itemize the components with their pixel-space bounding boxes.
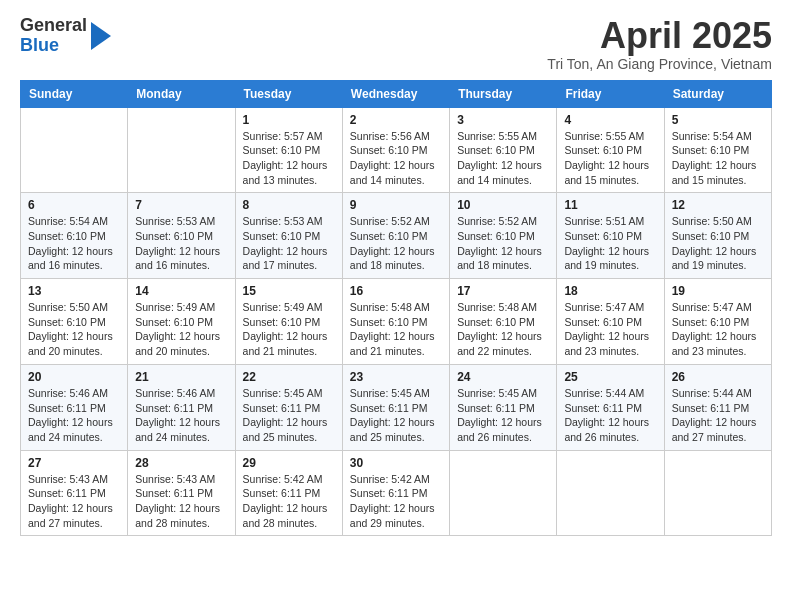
day-number: 17 (457, 284, 549, 298)
calendar-week-row: 27Sunrise: 5:43 AMSunset: 6:11 PMDayligh… (21, 450, 772, 536)
calendar-cell: 11Sunrise: 5:51 AMSunset: 6:10 PMDayligh… (557, 193, 664, 279)
weekday-header-monday: Monday (128, 80, 235, 107)
calendar-week-row: 1Sunrise: 5:57 AMSunset: 6:10 PMDaylight… (21, 107, 772, 193)
day-number: 12 (672, 198, 764, 212)
day-info: Sunrise: 5:50 AMSunset: 6:10 PMDaylight:… (28, 300, 120, 359)
calendar-cell: 20Sunrise: 5:46 AMSunset: 6:11 PMDayligh… (21, 364, 128, 450)
weekday-header-friday: Friday (557, 80, 664, 107)
calendar-cell: 3Sunrise: 5:55 AMSunset: 6:10 PMDaylight… (450, 107, 557, 193)
logo-blue-text: Blue (20, 36, 87, 56)
title-section: April 2025 Tri Ton, An Giang Province, V… (547, 16, 772, 72)
day-number: 4 (564, 113, 656, 127)
day-number: 13 (28, 284, 120, 298)
weekday-header-row: SundayMondayTuesdayWednesdayThursdayFrid… (21, 80, 772, 107)
calendar-cell: 30Sunrise: 5:42 AMSunset: 6:11 PMDayligh… (342, 450, 449, 536)
calendar-cell: 9Sunrise: 5:52 AMSunset: 6:10 PMDaylight… (342, 193, 449, 279)
weekday-header-tuesday: Tuesday (235, 80, 342, 107)
day-number: 23 (350, 370, 442, 384)
calendar-cell: 24Sunrise: 5:45 AMSunset: 6:11 PMDayligh… (450, 364, 557, 450)
calendar-cell (21, 107, 128, 193)
calendar-cell: 27Sunrise: 5:43 AMSunset: 6:11 PMDayligh… (21, 450, 128, 536)
calendar-cell: 29Sunrise: 5:42 AMSunset: 6:11 PMDayligh… (235, 450, 342, 536)
day-info: Sunrise: 5:45 AMSunset: 6:11 PMDaylight:… (350, 386, 442, 445)
calendar-cell (664, 450, 771, 536)
calendar-cell (450, 450, 557, 536)
day-number: 18 (564, 284, 656, 298)
calendar-week-row: 6Sunrise: 5:54 AMSunset: 6:10 PMDaylight… (21, 193, 772, 279)
calendar-cell: 7Sunrise: 5:53 AMSunset: 6:10 PMDaylight… (128, 193, 235, 279)
day-number: 25 (564, 370, 656, 384)
day-number: 6 (28, 198, 120, 212)
day-number: 10 (457, 198, 549, 212)
day-number: 11 (564, 198, 656, 212)
day-info: Sunrise: 5:49 AMSunset: 6:10 PMDaylight:… (243, 300, 335, 359)
calendar-cell: 28Sunrise: 5:43 AMSunset: 6:11 PMDayligh… (128, 450, 235, 536)
logo-general-text: General (20, 16, 87, 36)
calendar-cell: 17Sunrise: 5:48 AMSunset: 6:10 PMDayligh… (450, 279, 557, 365)
day-number: 28 (135, 456, 227, 470)
weekday-header-thursday: Thursday (450, 80, 557, 107)
day-number: 8 (243, 198, 335, 212)
calendar-cell: 23Sunrise: 5:45 AMSunset: 6:11 PMDayligh… (342, 364, 449, 450)
day-info: Sunrise: 5:52 AMSunset: 6:10 PMDaylight:… (457, 214, 549, 273)
day-number: 7 (135, 198, 227, 212)
day-info: Sunrise: 5:55 AMSunset: 6:10 PMDaylight:… (564, 129, 656, 188)
day-info: Sunrise: 5:57 AMSunset: 6:10 PMDaylight:… (243, 129, 335, 188)
day-info: Sunrise: 5:52 AMSunset: 6:10 PMDaylight:… (350, 214, 442, 273)
day-number: 1 (243, 113, 335, 127)
day-number: 21 (135, 370, 227, 384)
weekday-header-wednesday: Wednesday (342, 80, 449, 107)
day-number: 22 (243, 370, 335, 384)
day-number: 16 (350, 284, 442, 298)
day-info: Sunrise: 5:47 AMSunset: 6:10 PMDaylight:… (564, 300, 656, 359)
calendar-cell: 15Sunrise: 5:49 AMSunset: 6:10 PMDayligh… (235, 279, 342, 365)
day-number: 29 (243, 456, 335, 470)
day-info: Sunrise: 5:44 AMSunset: 6:11 PMDaylight:… (564, 386, 656, 445)
day-info: Sunrise: 5:55 AMSunset: 6:10 PMDaylight:… (457, 129, 549, 188)
day-number: 15 (243, 284, 335, 298)
calendar-cell: 22Sunrise: 5:45 AMSunset: 6:11 PMDayligh… (235, 364, 342, 450)
day-info: Sunrise: 5:51 AMSunset: 6:10 PMDaylight:… (564, 214, 656, 273)
logo-icon (91, 22, 111, 50)
calendar-cell: 13Sunrise: 5:50 AMSunset: 6:10 PMDayligh… (21, 279, 128, 365)
day-number: 5 (672, 113, 764, 127)
page-header: General Blue April 2025 Tri Ton, An Gian… (20, 16, 772, 72)
calendar-table: SundayMondayTuesdayWednesdayThursdayFrid… (20, 80, 772, 537)
day-info: Sunrise: 5:49 AMSunset: 6:10 PMDaylight:… (135, 300, 227, 359)
day-info: Sunrise: 5:45 AMSunset: 6:11 PMDaylight:… (457, 386, 549, 445)
day-info: Sunrise: 5:43 AMSunset: 6:11 PMDaylight:… (135, 472, 227, 531)
day-number: 30 (350, 456, 442, 470)
calendar-cell: 16Sunrise: 5:48 AMSunset: 6:10 PMDayligh… (342, 279, 449, 365)
day-info: Sunrise: 5:53 AMSunset: 6:10 PMDaylight:… (243, 214, 335, 273)
day-info: Sunrise: 5:44 AMSunset: 6:11 PMDaylight:… (672, 386, 764, 445)
calendar-cell: 12Sunrise: 5:50 AMSunset: 6:10 PMDayligh… (664, 193, 771, 279)
day-info: Sunrise: 5:45 AMSunset: 6:11 PMDaylight:… (243, 386, 335, 445)
calendar-cell (128, 107, 235, 193)
location-subtitle: Tri Ton, An Giang Province, Vietnam (547, 56, 772, 72)
calendar-cell: 26Sunrise: 5:44 AMSunset: 6:11 PMDayligh… (664, 364, 771, 450)
calendar-cell: 19Sunrise: 5:47 AMSunset: 6:10 PMDayligh… (664, 279, 771, 365)
calendar-cell: 25Sunrise: 5:44 AMSunset: 6:11 PMDayligh… (557, 364, 664, 450)
day-number: 9 (350, 198, 442, 212)
day-info: Sunrise: 5:48 AMSunset: 6:10 PMDaylight:… (457, 300, 549, 359)
day-info: Sunrise: 5:46 AMSunset: 6:11 PMDaylight:… (135, 386, 227, 445)
day-number: 27 (28, 456, 120, 470)
day-number: 20 (28, 370, 120, 384)
calendar-cell: 4Sunrise: 5:55 AMSunset: 6:10 PMDaylight… (557, 107, 664, 193)
calendar-cell: 6Sunrise: 5:54 AMSunset: 6:10 PMDaylight… (21, 193, 128, 279)
day-info: Sunrise: 5:47 AMSunset: 6:10 PMDaylight:… (672, 300, 764, 359)
day-number: 19 (672, 284, 764, 298)
day-info: Sunrise: 5:54 AMSunset: 6:10 PMDaylight:… (28, 214, 120, 273)
calendar-cell: 14Sunrise: 5:49 AMSunset: 6:10 PMDayligh… (128, 279, 235, 365)
month-title: April 2025 (547, 16, 772, 56)
calendar-cell: 5Sunrise: 5:54 AMSunset: 6:10 PMDaylight… (664, 107, 771, 193)
calendar-cell: 1Sunrise: 5:57 AMSunset: 6:10 PMDaylight… (235, 107, 342, 193)
day-number: 26 (672, 370, 764, 384)
day-info: Sunrise: 5:54 AMSunset: 6:10 PMDaylight:… (672, 129, 764, 188)
calendar-cell: 2Sunrise: 5:56 AMSunset: 6:10 PMDaylight… (342, 107, 449, 193)
day-number: 2 (350, 113, 442, 127)
day-info: Sunrise: 5:46 AMSunset: 6:11 PMDaylight:… (28, 386, 120, 445)
calendar-cell: 10Sunrise: 5:52 AMSunset: 6:10 PMDayligh… (450, 193, 557, 279)
weekday-header-saturday: Saturday (664, 80, 771, 107)
day-number: 14 (135, 284, 227, 298)
